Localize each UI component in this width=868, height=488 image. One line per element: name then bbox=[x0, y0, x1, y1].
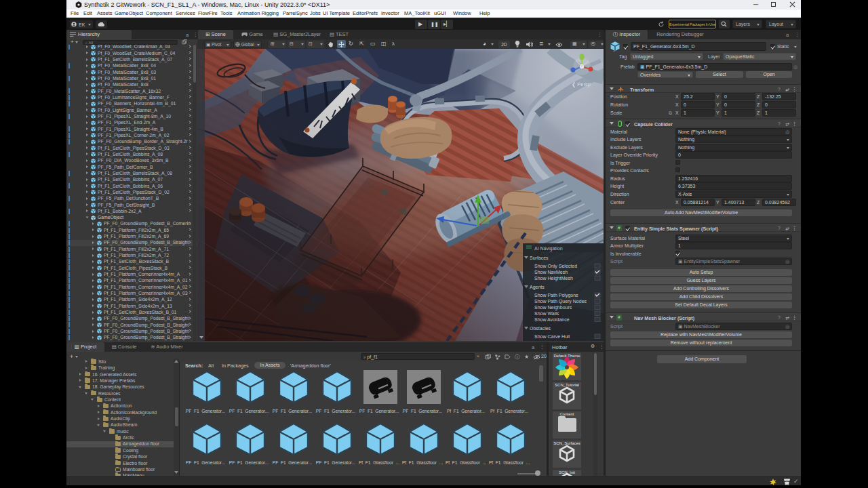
svg-text:Show Neighbours: Show Neighbours bbox=[534, 305, 572, 310]
svg-text:Surfaces: Surfaces bbox=[530, 256, 549, 260]
svg-text:Show Path Query Nodes: Show Path Query Nodes bbox=[534, 299, 587, 304]
svg-text:Agents: Agents bbox=[530, 285, 545, 290]
svg-text:AI Navigation: AI Navigation bbox=[534, 246, 563, 251]
svg-text:Show Only Selected: Show Only Selected bbox=[534, 264, 577, 269]
svg-text:Show Walls: Show Walls bbox=[534, 311, 559, 316]
svg-text:Obstacles: Obstacles bbox=[530, 326, 551, 331]
svg-text:Show Avoidance: Show Avoidance bbox=[534, 317, 570, 322]
svg-text:Show HeightMesh: Show HeightMesh bbox=[534, 276, 573, 281]
svg-text:Show Path Polygons: Show Path Polygons bbox=[534, 293, 578, 298]
svg-text:Show Carve Hull: Show Carve Hull bbox=[534, 334, 570, 339]
svg-text:❮ Persp: ❮ Persp bbox=[572, 81, 591, 87]
svg-text:Show NavMesh: Show NavMesh bbox=[534, 270, 568, 274]
